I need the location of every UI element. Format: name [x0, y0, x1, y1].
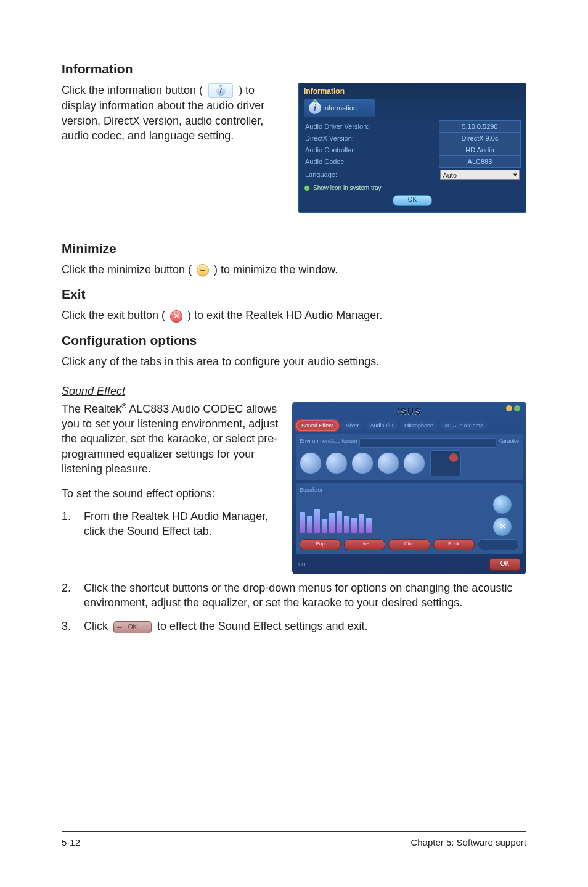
page-footer: 5-12 Chapter 5: Software support: [62, 831, 526, 848]
info-row-label: Audio Driver Version:: [304, 121, 439, 133]
tab-sound-effect[interactable]: Sound Effect: [296, 420, 338, 431]
step-3: 3. Click OK to effect the Sound Effect s…: [62, 619, 526, 633]
karaoke-panel: [430, 450, 461, 476]
info-window-title: Information: [304, 87, 521, 96]
info-ok-button[interactable]: OK: [393, 195, 432, 206]
text: Click the information button (: [62, 84, 206, 96]
preset-live[interactable]: Live: [344, 539, 385, 550]
heading-config: Configuration options: [62, 333, 526, 348]
ok-pill-icon: OK: [113, 621, 152, 633]
info-tray-label: Show icon in system tray: [313, 184, 382, 191]
info-badge-text: nformation: [325, 104, 357, 112]
karaoke-label: Karaoke: [498, 438, 519, 448]
env-icon[interactable]: [300, 452, 322, 474]
sound-ok-button[interactable]: OK: [489, 558, 520, 571]
text: The Realtek: [62, 403, 121, 415]
info-badge: i nformation: [304, 99, 375, 117]
environment-icons: [300, 452, 425, 474]
config-paragraph: Click any of the tabs in this area to co…: [62, 354, 526, 369]
info-row-label: DirectX Version:: [304, 133, 439, 144]
text: ) to exit the Realtek HD Audio Manager.: [187, 309, 382, 321]
heading-information: Information: [62, 62, 526, 76]
env-icon[interactable]: [403, 452, 425, 474]
env-icon[interactable]: [325, 452, 348, 474]
info-language-select[interactable]: Auto▾: [440, 170, 519, 180]
env-select[interactable]: [359, 438, 497, 448]
close-icon: ✕: [170, 310, 182, 323]
information-button-icon: i: [208, 83, 233, 98]
step-2-text: Click the shortcut buttons or the drop-d…: [84, 580, 526, 611]
env-label: Environment: [300, 438, 331, 448]
tab-microphone[interactable]: Microphone: [400, 421, 438, 430]
minimize-dot-icon[interactable]: [506, 405, 512, 411]
tab-3d-audio-demo[interactable]: 3D Audio Demo: [440, 421, 488, 430]
sound-effect-screenshot: /SUS Sound Effect Mixer Audio I/O Microp…: [292, 402, 526, 574]
info-row-value: DirectX 9.0c: [439, 133, 520, 144]
heading-exit: Exit: [62, 287, 526, 302]
preset-rock[interactable]: Rock: [433, 539, 475, 550]
text: ) to minimize the window.: [214, 263, 338, 276]
window-controls: [506, 405, 520, 411]
info-row-label: Audio Codec:: [304, 156, 439, 168]
sound-effect-paragraph: The Realtek® ALC883 Audio CODEC allows y…: [62, 402, 279, 476]
info-table: Audio Driver Version:5.10.0.5290 DirectX…: [304, 120, 521, 182]
text: Click the exit button (: [62, 309, 165, 321]
information-paragraph: Click the information button ( i ) to di…: [62, 83, 286, 143]
preset-club[interactable]: Club: [388, 539, 430, 550]
minimize-icon: [197, 264, 209, 276]
text: to effect the Sound Effect settings and …: [157, 620, 368, 632]
exit-paragraph: Click the exit button ( ✕ ) to exit the …: [62, 308, 526, 323]
subheading-sound-effect: Sound Effect: [62, 385, 526, 398]
step-1: 1.From the Realtek HD Audio Manager, cli…: [62, 509, 279, 539]
footer-left: HH: [298, 561, 306, 567]
minimize-paragraph: Click the minimize button ( ) to minimiz…: [62, 262, 526, 277]
preset-select[interactable]: [478, 539, 519, 550]
step-2: 2.Click the shortcut buttons or the drop…: [62, 580, 526, 611]
env-mid-label: Auditorium: [331, 438, 357, 448]
info-tray-row[interactable]: Show icon in system tray: [304, 184, 521, 191]
preset-pop[interactable]: Pop: [300, 539, 341, 550]
close-dot-icon[interactable]: [514, 405, 520, 411]
heading-minimize: Minimize: [62, 241, 526, 256]
info-row-value: HD Audio: [439, 144, 520, 156]
info-row-value: 5.10.0.5290: [439, 121, 520, 133]
info-language-value: Auto: [443, 171, 457, 179]
chapter-label: Chapter 5: Software support: [410, 837, 526, 848]
info-row-label: Audio Controller:: [304, 144, 439, 156]
equalizer-label: Equalizer: [300, 487, 519, 493]
chevron-down-icon: ▾: [513, 171, 517, 179]
text: Click: [84, 620, 111, 632]
registered-mark: ®: [121, 402, 126, 410]
preset-row: Pop Live Club Rock: [300, 539, 519, 550]
tab-mixer[interactable]: Mixer: [341, 421, 363, 430]
equalizer-bars[interactable]: [300, 498, 480, 533]
step-1-text: From the Realtek HD Audio Manager, click…: [84, 509, 279, 539]
env-icon[interactable]: [351, 452, 374, 474]
information-screenshot: Information i nformation Audio Driver Ve…: [298, 83, 526, 213]
tab-bar: Sound Effect Mixer Audio I/O Microphone …: [296, 420, 523, 431]
eq-knob-icon[interactable]: [492, 495, 512, 514]
env-icon[interactable]: [377, 452, 399, 474]
info-row-value: ALC883: [439, 156, 520, 168]
text: Click the minimize button (: [62, 263, 192, 276]
asus-logo: /SUS: [397, 406, 422, 416]
page-number: 5-12: [62, 837, 80, 848]
eq-reset-icon[interactable]: ✕: [492, 517, 512, 537]
tab-audio-io[interactable]: Audio I/O: [365, 421, 398, 430]
info-language-label: Language:: [304, 168, 439, 183]
radio-icon: [304, 185, 310, 191]
step-3-text: Click OK to effect the Sound Effect sett…: [84, 619, 526, 633]
sound-effect-lead: To set the sound effect options:: [62, 486, 279, 501]
eq-side-controls: ✕: [486, 495, 519, 537]
